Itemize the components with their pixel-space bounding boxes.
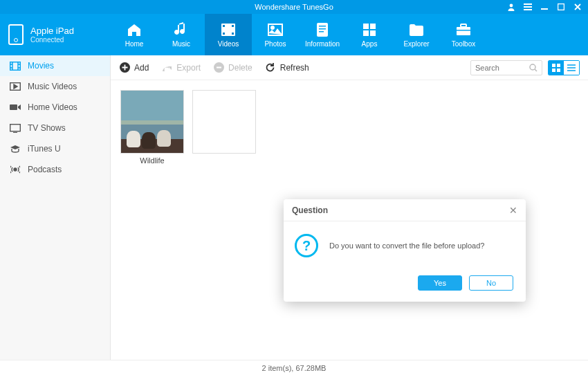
grid-view-button[interactable] [549,61,564,75]
music-icon [173,21,190,38]
video-thumbnail [120,90,184,154]
svg-rect-1 [524,3,532,5]
svg-rect-20 [370,30,376,36]
nav-apps[interactable]: Apps [346,14,393,55]
movies-icon [10,61,21,71]
svg-rect-24 [10,62,21,70]
toolbox-icon [455,21,472,38]
svg-rect-21 [457,27,470,35]
device-name: Apple iPad [30,26,74,36]
svg-rect-15 [319,28,326,30]
question-dialog: Question ✕ ? Do you want to convert the … [284,199,526,302]
svg-rect-8 [223,33,225,35]
svg-rect-18 [370,24,376,29]
plus-icon [119,62,130,73]
sidebar-label: TV Shows [28,123,66,133]
delete-button[interactable]: Delete [213,62,252,73]
menu-icon[interactable] [523,2,533,12]
close-icon[interactable] [573,2,582,12]
nav-toolbox[interactable]: Toolbox [440,14,487,55]
list-view-button[interactable] [564,61,579,75]
toolbar: Add Export Delete Refresh [111,55,588,80]
svg-rect-26 [10,104,17,110]
svg-rect-36 [557,68,560,72]
nav-videos[interactable]: Videos [205,14,252,55]
svg-rect-35 [552,68,555,72]
sidebar-item-home-videos[interactable]: Home Videos [0,97,110,118]
nav-music[interactable]: Music [158,14,205,55]
information-icon [314,21,331,38]
search-box[interactable] [470,60,542,75]
explorer-icon [408,21,425,38]
maximize-icon[interactable] [556,2,566,12]
dialog-body: ? Do you want to convert the file before… [284,221,526,270]
sidebar: Movies Music Videos Home Videos TV Shows… [0,55,111,360]
export-button[interactable]: Export [161,62,201,73]
svg-rect-31 [217,67,221,68]
search-icon [529,64,538,72]
video-thumbnail-blank [192,90,256,154]
svg-rect-17 [363,24,369,29]
dialog-close-button[interactable]: ✕ [509,205,517,216]
svg-point-0 [510,4,513,8]
add-button[interactable]: Add [119,62,149,73]
app-title: Wondershare TunesGo [255,3,333,11]
minimize-icon[interactable] [540,2,549,12]
nav-information[interactable]: Information [299,14,346,55]
svg-rect-13 [317,23,328,37]
svg-rect-22 [461,24,466,27]
view-toggle [548,60,580,75]
question-icon: ? [295,234,318,257]
podcasts-icon [10,165,21,174]
svg-rect-27 [10,124,21,131]
video-label: Wildlife [140,156,164,165]
window-controls [506,0,582,14]
titlebar: Wondershare TunesGo [0,0,588,14]
video-item[interactable]: Wildlife [120,90,184,165]
music-videos-icon [10,82,21,91]
svg-point-28 [14,168,17,171]
sidebar-label: Music Videos [28,82,77,91]
video-item-blank[interactable] [192,90,256,154]
videos-icon [220,21,237,38]
home-icon [126,21,143,38]
header: Apple iPad Connected Home Music Videos P… [0,14,588,55]
sidebar-item-music-videos[interactable]: Music Videos [0,76,110,97]
svg-point-12 [271,26,274,29]
refresh-button[interactable]: Refresh [265,62,309,73]
sidebar-item-podcasts[interactable]: Podcasts [0,159,110,180]
apps-icon [361,21,378,38]
search-input[interactable] [475,64,529,72]
refresh-icon [265,62,276,73]
sidebar-label: Podcasts [28,165,62,174]
svg-rect-23 [457,30,470,31]
user-icon[interactable] [506,2,516,12]
svg-point-32 [530,64,535,70]
nav-photos[interactable]: Photos [252,14,299,55]
export-icon [161,62,172,73]
device-status: Connected [30,36,74,44]
content-area: Add Export Delete Refresh [111,55,588,360]
svg-rect-9 [232,25,234,27]
dialog-footer: Yes No [284,270,526,302]
delete-icon [213,62,224,73]
no-button[interactable]: No [469,275,513,291]
svg-rect-3 [524,9,532,10]
body: Movies Music Videos Home Videos TV Shows… [0,55,588,360]
svg-rect-7 [223,25,225,27]
sidebar-item-tv-shows[interactable]: TV Shows [0,118,110,138]
yes-button[interactable]: Yes [418,275,462,291]
nav-explorer[interactable]: Explorer [393,14,440,55]
svg-rect-16 [319,31,324,33]
nav-home[interactable]: Home [111,14,158,55]
sidebar-label: Home Videos [28,102,77,112]
device-panel[interactable]: Apple iPad Connected [0,14,111,55]
sidebar-item-itunes-u[interactable]: iTunes U [0,138,110,159]
svg-rect-19 [363,30,369,36]
photos-icon [267,21,284,38]
sidebar-item-movies[interactable]: Movies [0,55,110,76]
tablet-icon [8,24,24,45]
sidebar-label: Movies [28,61,54,71]
svg-rect-5 [558,4,564,10]
status-text: 2 item(s), 67.28MB [262,364,327,372]
